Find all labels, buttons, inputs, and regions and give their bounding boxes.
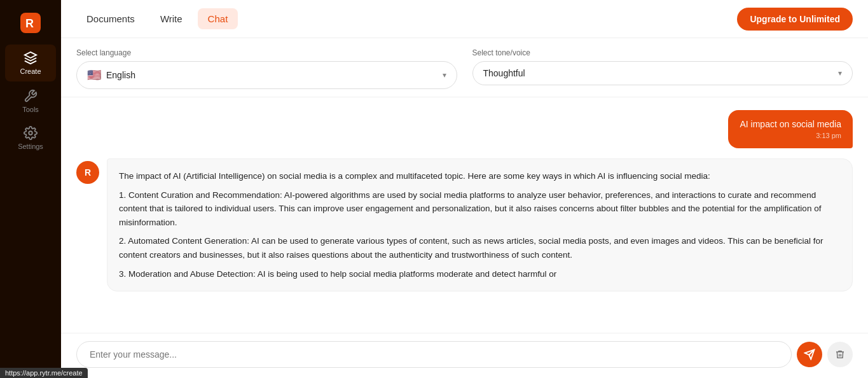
ai-para-2: 2. Automated Content Generation: AI can …: [119, 234, 841, 262]
language-value: English: [106, 70, 135, 80]
user-message-container: AI impact on social media 3:13 pm: [76, 110, 853, 148]
language-select[interactable]: 🇺🇸 English ▾: [76, 61, 457, 89]
header: Documents Write Chat Upgrade to Unlimite…: [61, 0, 868, 38]
tone-label: Select tone/voice: [472, 48, 853, 57]
language-flag: 🇺🇸: [87, 68, 101, 82]
sidebar-item-settings[interactable]: Settings: [0, 120, 61, 157]
message-input[interactable]: [76, 341, 792, 368]
tone-value: Thoughtful: [483, 68, 525, 78]
sidebar-settings-label: Settings: [18, 143, 43, 150]
ai-message-bubble: The impact of AI (Artificial Intelligenc…: [107, 158, 853, 291]
sidebar: R Create Tools Settings: [0, 0, 61, 378]
svg-text:R: R: [25, 17, 34, 30]
clear-icon: [835, 349, 845, 360]
user-message-bubble: AI impact on social media 3:13 pm: [728, 110, 853, 148]
language-select-left: 🇺🇸 English: [87, 68, 135, 82]
settings-icon: [24, 126, 38, 140]
input-bar: [61, 333, 868, 378]
sidebar-tools-label: Tools: [22, 106, 39, 113]
tone-select[interactable]: Thoughtful ▾: [472, 61, 853, 85]
tone-control-group: Select tone/voice Thoughtful ▾: [472, 48, 853, 89]
create-icon: [24, 51, 38, 65]
nav-write-button[interactable]: Write: [150, 8, 193, 29]
app-logo[interactable]: R: [15, 8, 46, 38]
user-message-content: AI impact on social media: [740, 119, 841, 129]
tone-chevron-icon: ▾: [838, 69, 842, 78]
language-chevron-icon: ▾: [443, 71, 446, 80]
nav-chat-button[interactable]: Chat: [198, 8, 238, 29]
avatar: R: [76, 161, 99, 184]
user-message-text: AI impact on social media 3:13 pm: [728, 110, 853, 148]
upgrade-button[interactable]: Upgrade to Unlimited: [737, 8, 853, 31]
language-label: Select language: [76, 48, 457, 57]
tools-icon: [24, 89, 38, 103]
nav-documents-button[interactable]: Documents: [76, 8, 145, 29]
ai-para-0: The impact of AI (Artificial Intelligenc…: [119, 169, 841, 183]
sidebar-create-label: Create: [20, 67, 41, 75]
svg-point-2: [29, 131, 32, 135]
send-icon: [804, 349, 815, 360]
tone-select-left: Thoughtful: [483, 68, 525, 78]
user-message-time: 3:13 pm: [740, 132, 841, 139]
sidebar-item-create[interactable]: Create: [5, 45, 56, 81]
main-content: Documents Write Chat Upgrade to Unlimite…: [61, 0, 868, 378]
url-hint: https://app.rytr.me/create: [0, 368, 88, 378]
language-control-group: Select language 🇺🇸 English ▾: [76, 48, 457, 89]
clear-button[interactable]: [827, 342, 853, 367]
sidebar-item-tools[interactable]: Tools: [0, 83, 61, 120]
chat-area: AI impact on social media 3:13 pm R The …: [61, 97, 868, 333]
ai-para-3: 3. Moderation and Abuse Detection: AI is…: [119, 267, 841, 281]
controls-bar: Select language 🇺🇸 English ▾ Select tone…: [61, 38, 868, 97]
send-button[interactable]: [797, 342, 822, 367]
ai-message-row: R The impact of AI (Artificial Intellige…: [76, 158, 853, 291]
ai-para-1: 1. Content Curation and Recommendation: …: [119, 188, 841, 230]
